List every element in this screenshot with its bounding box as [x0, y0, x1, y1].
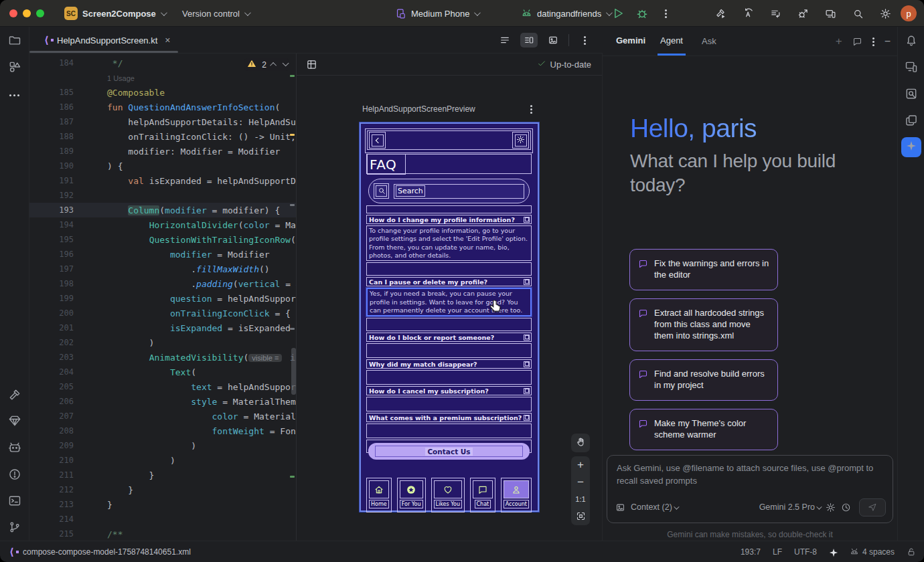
gemini-sidebar-button[interactable]: [901, 137, 921, 157]
phone-settings-button[interactable]: [512, 132, 529, 149]
nav-item-home[interactable]: Home: [366, 478, 392, 512]
faq-question-row[interactable]: Why did my match disappear?: [366, 359, 532, 369]
preview-name-label[interactable]: HelpAndSupportScreenPreview: [362, 104, 475, 114]
nav-item-for-you[interactable]: For You: [397, 478, 426, 512]
phone-back-button[interactable]: [369, 132, 386, 149]
gemini-settings-icon[interactable]: [826, 502, 836, 512]
code-line[interactable]: 190) {: [29, 159, 296, 173]
code-line[interactable]: 211 }: [29, 468, 296, 482]
code-line[interactable]: 206 style = MaterialTheme.typo: [29, 394, 296, 409]
line-ending[interactable]: LF: [773, 547, 782, 557]
close-window-button[interactable]: [9, 9, 17, 17]
device-manager-icon[interactable]: [825, 8, 836, 19]
user-avatar[interactable]: p: [901, 5, 917, 21]
editor-options-icon[interactable]: [576, 33, 593, 48]
zoom-actual-button[interactable]: 1:1: [575, 495, 585, 503]
gemini-options-icon[interactable]: [872, 41, 874, 43]
code-view-button[interactable]: [496, 33, 514, 48]
more-actions-icon[interactable]: [665, 13, 667, 15]
contact-us-button[interactable]: Contact Us: [368, 443, 530, 460]
code-line[interactable]: 203 AnimatedVisibility(visible = isExpan: [29, 350, 296, 365]
build-tool-icon[interactable]: [8, 388, 21, 401]
code-line[interactable]: 210 ): [29, 453, 296, 468]
zoom-window-button[interactable]: [36, 9, 44, 17]
gemini-input-box[interactable]: Ask Gemini, use @filename to attach sour…: [607, 455, 893, 523]
code-editor[interactable]: 184 */1 Usage185@Composable186fun Questi…: [29, 54, 297, 541]
nav-item-chat[interactable]: Chat: [470, 478, 495, 512]
code-line[interactable]: 197 .fillMaxWidth(): [29, 262, 296, 276]
suggestion-card[interactable]: Make my Theme's color scheme warmer: [629, 409, 778, 450]
ui-check-icon[interactable]: [306, 59, 317, 73]
code-line[interactable]: 194 HorizontalDivider(color = MaterialT: [29, 217, 296, 232]
editor-scrollbar[interactable]: [291, 348, 296, 395]
device-explorer-icon[interactable]: [905, 114, 918, 127]
debug-button[interactable]: [635, 7, 649, 20]
nav-item-likes-you[interactable]: Likes You: [431, 478, 465, 512]
caret-position[interactable]: 193:7: [741, 547, 761, 557]
code-line[interactable]: 191 val isExpanded = helpAndSupportDetai…: [29, 173, 296, 188]
faq-expand-icon[interactable]: [524, 335, 530, 341]
faq-question-row[interactable]: Can I pause or delete my profile?: [366, 277, 532, 286]
code-line[interactable]: 208 fontWeight = FontWeigh: [29, 424, 296, 438]
app-quality-insights-icon[interactable]: [8, 414, 21, 428]
zoom-out-button[interactable]: −: [577, 478, 584, 487]
project-folder-icon[interactable]: [8, 33, 21, 47]
logcat-icon[interactable]: [8, 441, 21, 454]
lock-icon[interactable]: [907, 547, 916, 557]
run-configuration[interactable]: datingandfriends: [521, 0, 611, 27]
code-line[interactable]: 204 Text(: [29, 365, 296, 379]
preview-options-icon[interactable]: [530, 108, 532, 110]
running-devices-icon[interactable]: [905, 60, 918, 74]
code-line[interactable]: 214: [29, 512, 296, 527]
tab-agent[interactable]: Agent: [658, 27, 686, 56]
sync-project-icon[interactable]: [743, 8, 754, 19]
code-line[interactable]: 201 isExpanded = isExpanded: [29, 320, 296, 335]
more-tools-icon[interactable]: [8, 88, 21, 102]
code-line[interactable]: 188 onTrailingIconClick: () -> Unit,: [29, 129, 296, 144]
attach-image-icon[interactable]: [615, 502, 625, 512]
code-line[interactable]: 193 Column(modifier = modifier) {: [29, 203, 296, 217]
code-line[interactable]: 189 modifier: Modifier = Modifier: [29, 144, 296, 159]
nav-item-account[interactable]: Account: [501, 478, 532, 512]
phone-search-bar[interactable]: Search: [368, 179, 530, 203]
usage-hint[interactable]: 1 Usage: [107, 74, 135, 82]
model-selector[interactable]: Gemini 2.5 Pro: [759, 502, 820, 512]
suggestion-card[interactable]: Find and resolve build errors in my proj…: [629, 359, 778, 401]
send-button[interactable]: [859, 498, 886, 517]
search-icon[interactable]: [852, 8, 864, 19]
code-line[interactable]: 212 }: [29, 482, 296, 497]
statusbar-file[interactable]: ⟨ compose-compose-model-1758748140651.xm…: [9, 541, 191, 562]
suggestion-card[interactable]: Fix the warnings and errors in the edito…: [629, 249, 778, 290]
code-line[interactable]: 185@Composable: [29, 85, 296, 100]
code-line[interactable]: 199 question = helpAndSupportDetai: [29, 291, 296, 306]
code-line[interactable]: 202 ): [29, 335, 296, 350]
attach-debugger-icon[interactable]: [797, 8, 809, 19]
gemini-status-icon[interactable]: [829, 548, 838, 557]
minimize-window-button[interactable]: [23, 9, 31, 17]
pan-tool-button[interactable]: [571, 434, 590, 452]
prompt-history-icon[interactable]: [841, 502, 851, 512]
prev-issue-icon[interactable]: [270, 62, 277, 69]
build-variants-icon[interactable]: [770, 8, 781, 19]
faq-expand-icon[interactable]: [524, 279, 530, 285]
encoding[interactable]: UTF-8: [794, 547, 817, 557]
code-line[interactable]: 209 ): [29, 438, 296, 453]
indent-setting[interactable]: 4 spaces: [850, 547, 895, 557]
notifications-bell-icon[interactable]: [905, 33, 918, 47]
chat-history-icon[interactable]: [852, 37, 862, 47]
code-line[interactable]: 1 Usage: [29, 70, 296, 85]
context-selector[interactable]: Context (2): [631, 502, 678, 512]
code-line[interactable]: 200 onTrailingIconClick = { onTrai: [29, 306, 296, 320]
phone-search-input[interactable]: Search: [394, 184, 524, 199]
code-line[interactable]: 213}: [29, 497, 296, 512]
faq-expand-icon[interactable]: [524, 217, 530, 223]
suggestion-card[interactable]: Extract all hardcoded strings from this …: [629, 298, 778, 351]
code-line[interactable]: 198 .padding(vertical = 4.dp),: [29, 276, 296, 291]
tab-ask[interactable]: Ask: [699, 27, 719, 56]
settings-gear-icon[interactable]: [880, 8, 891, 19]
faq-expand-icon[interactable]: [524, 415, 530, 421]
close-tab-icon[interactable]: ×: [165, 35, 170, 45]
code-line[interactable]: 192: [29, 188, 296, 203]
code-line[interactable]: 196 modifier = Modifier: [29, 247, 296, 262]
faq-question-row[interactable]: What comes with a premium subscription?: [366, 413, 532, 422]
